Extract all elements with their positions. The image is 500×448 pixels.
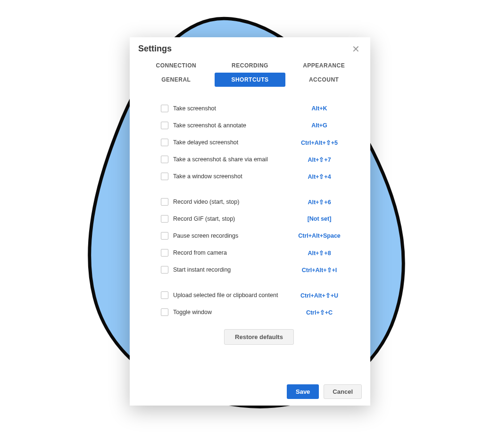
save-button[interactable]: Save (287, 384, 319, 399)
shortcut-label: Toggle window (173, 309, 282, 315)
shortcut-label: Take screenshot & annotate (173, 122, 282, 129)
shortcut-group-screenshot: Take screenshot Alt+K Take screenshot & … (161, 100, 357, 185)
tab-account[interactable]: ACCOUNT (289, 73, 359, 87)
tab-shortcuts[interactable]: SHORTCUTS (215, 73, 285, 87)
shortcut-row: Record GIF (start, stop) [Not set] (161, 210, 357, 227)
shortcut-row: Take a screenshot & share via email Alt+… (161, 151, 357, 168)
shortcut-row: Take screenshot & annotate Alt+G (161, 117, 357, 134)
shortcut-key[interactable]: Ctrl+⇧+C (282, 309, 357, 316)
shortcut-row: Upload selected file or clipboard conten… (161, 287, 357, 304)
restore-defaults-button[interactable]: Restore defaults (224, 329, 294, 345)
checkbox[interactable] (161, 198, 168, 206)
shortcut-group-misc: Upload selected file or clipboard conten… (161, 287, 357, 321)
shortcut-key[interactable]: Ctrl+Alt+⇧+5 (282, 139, 357, 146)
shortcut-key[interactable]: [Not set] (282, 216, 357, 222)
shortcut-row: Take delayed screenshot Ctrl+Alt+⇧+5 (161, 134, 357, 151)
shortcuts-content: Take screenshot Alt+K Take screenshot & … (130, 91, 370, 378)
checkbox[interactable] (161, 173, 168, 180)
shortcut-label: Take delayed screenshot (173, 139, 282, 146)
tab-appearance[interactable]: APPEARANCE (289, 58, 359, 73)
tab-general[interactable]: GENERAL (141, 73, 211, 87)
settings-dialog: Settings ✕ CONNECTION RECORDING APPEARAN… (130, 37, 370, 406)
checkbox[interactable] (161, 232, 168, 240)
close-icon[interactable]: ✕ (350, 44, 362, 54)
checkbox[interactable] (161, 215, 168, 223)
dialog-footer: Save Cancel (130, 378, 370, 406)
shortcut-label: Upload selected file or clipboard conten… (173, 292, 282, 299)
dialog-title: Settings (138, 44, 172, 54)
shortcut-label: Take screenshot (173, 105, 282, 112)
checkbox[interactable] (161, 266, 168, 274)
checkbox[interactable] (161, 249, 168, 257)
shortcut-key[interactable]: Ctrl+Alt+⇧+I (282, 266, 357, 274)
shortcut-label: Pause screen recordings (173, 232, 282, 239)
shortcut-label: Record GIF (start, stop) (173, 216, 282, 222)
shortcut-row: Record from camera Alt+⇧+8 (161, 244, 357, 261)
cancel-button[interactable]: Cancel (324, 384, 362, 399)
checkbox[interactable] (161, 139, 168, 146)
shortcut-label: Take a window screenshot (173, 173, 282, 180)
checkbox[interactable] (161, 122, 168, 129)
shortcut-group-record: Record video (start, stop) Alt+⇧+6 Recor… (161, 193, 357, 278)
shortcut-key[interactable]: Alt+⇧+6 (282, 199, 357, 206)
shortcut-label: Start instant recording (173, 266, 282, 273)
shortcut-key[interactable]: Ctrl+Alt+⇧+U (282, 292, 357, 299)
shortcut-key[interactable]: Ctrl+Alt+Space (282, 232, 357, 239)
shortcut-key[interactable]: Alt+⇧+8 (282, 249, 357, 257)
shortcut-key[interactable]: Alt+⇧+4 (282, 173, 357, 180)
checkbox[interactable] (161, 156, 168, 163)
tabs-row-1: CONNECTION RECORDING APPEARANCE (130, 58, 370, 73)
shortcut-label: Record from camera (173, 249, 282, 256)
checkbox[interactable] (161, 291, 168, 299)
checkbox[interactable] (161, 308, 168, 316)
tabs-row-2: GENERAL SHORTCUTS ACCOUNT (130, 73, 370, 87)
shortcut-key[interactable]: Alt+G (282, 122, 357, 129)
shortcut-row: Take a window screenshot Alt+⇧+4 (161, 168, 357, 185)
shortcut-row: Take screenshot Alt+K (161, 100, 357, 117)
restore-wrap: Restore defaults (161, 329, 357, 345)
shortcut-row: Start instant recording Ctrl+Alt+⇧+I (161, 261, 357, 278)
tab-connection[interactable]: CONNECTION (141, 58, 211, 73)
shortcut-key[interactable]: Alt+K (282, 105, 357, 112)
shortcut-row: Record video (start, stop) Alt+⇧+6 (161, 193, 357, 210)
shortcut-row: Pause screen recordings Ctrl+Alt+Space (161, 227, 357, 244)
tab-recording[interactable]: RECORDING (215, 58, 285, 73)
dialog-header: Settings ✕ (130, 37, 370, 58)
checkbox[interactable] (161, 105, 168, 112)
shortcut-row: Toggle window Ctrl+⇧+C (161, 304, 357, 321)
shortcut-key[interactable]: Alt+⇧+7 (282, 156, 357, 163)
shortcut-label: Take a screenshot & share via email (173, 156, 282, 163)
shortcut-label: Record video (start, stop) (173, 199, 282, 205)
